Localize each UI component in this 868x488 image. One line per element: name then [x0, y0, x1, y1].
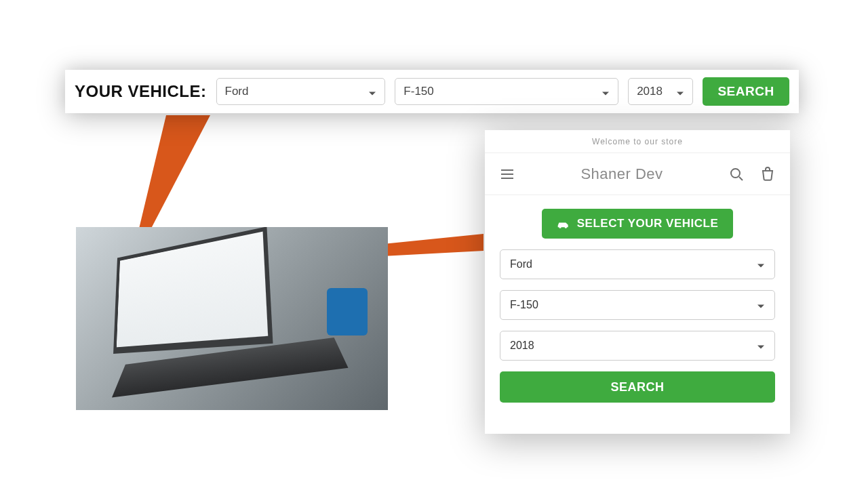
chevron-down-icon — [757, 301, 765, 309]
select-vehicle-button[interactable]: SELECT YOUR VEHICLE — [542, 209, 734, 239]
mobile-year-select[interactable]: 2018 — [500, 331, 775, 361]
svg-line-6 — [739, 177, 743, 180]
chevron-down-icon — [601, 87, 610, 96]
chevron-down-icon — [757, 260, 765, 268]
model-select[interactable]: F-150 — [395, 78, 618, 105]
search-button-label: SEARCH — [717, 84, 774, 99]
mobile-make-value: Ford — [510, 258, 532, 270]
mobile-store-panel: Welcome to our store Shaner Dev SELECT Y… — [485, 130, 790, 434]
year-select-value: 2018 — [637, 85, 663, 98]
mobile-search-label: SEARCH — [610, 380, 664, 394]
welcome-banner: Welcome to our store — [485, 130, 790, 153]
vehicle-bar: YOUR VEHICLE: Ford F-150 2018 SEARCH — [65, 70, 799, 113]
chevron-down-icon — [676, 87, 684, 96]
mobile-search-button[interactable]: SEARCH — [500, 371, 775, 403]
cart-icon[interactable] — [759, 165, 776, 183]
model-select-value: F-150 — [403, 85, 433, 98]
make-select-value: Ford — [225, 85, 249, 98]
select-vehicle-label: SELECT YOUR VEHICLE — [577, 217, 719, 230]
store-name: Shaner Dev — [580, 165, 663, 183]
mobile-model-value: F-150 — [510, 299, 538, 311]
mobile-make-select[interactable]: Ford — [500, 249, 775, 279]
search-icon[interactable] — [728, 165, 745, 183]
year-select[interactable]: 2018 — [628, 78, 693, 105]
svg-point-5 — [731, 169, 740, 178]
car-icon — [557, 219, 570, 228]
laptop-photo — [76, 227, 388, 410]
vehicle-bar-label: YOUR VEHICLE: — [75, 82, 207, 101]
mobile-year-value: 2018 — [510, 340, 534, 352]
make-select[interactable]: Ford — [216, 78, 386, 105]
mobile-body: SELECT YOUR VEHICLE Ford F-150 2018 SEAR… — [485, 195, 790, 434]
mobile-model-select[interactable]: F-150 — [500, 290, 775, 320]
chevron-down-icon — [757, 342, 765, 350]
hamburger-icon[interactable] — [498, 165, 516, 183]
search-button[interactable]: SEARCH — [703, 77, 789, 106]
chevron-down-icon — [368, 87, 376, 96]
mobile-header: Shaner Dev — [485, 153, 790, 195]
